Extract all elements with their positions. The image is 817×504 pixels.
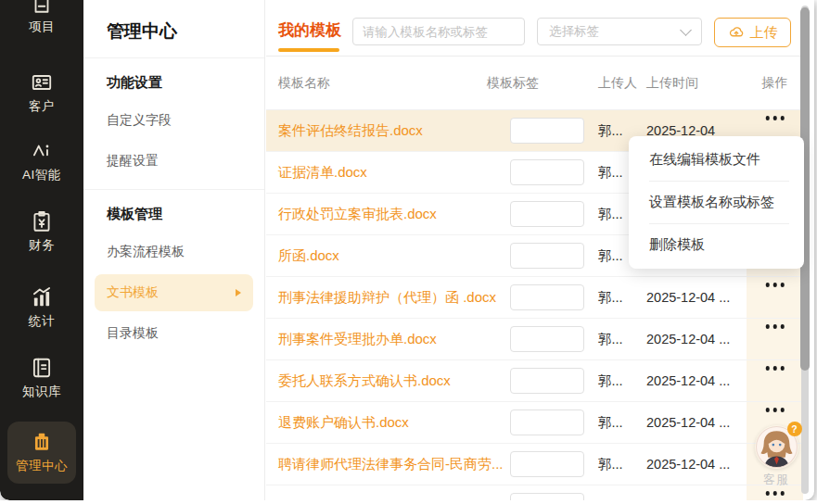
upload-time-cell: 2025-12-04 ... [646,457,747,472]
tab-my-templates[interactable]: 我的模板 [278,19,341,41]
row-actions-button[interactable] [761,404,788,416]
table-row: 退费账户确认书.docx郭...2025-12-04 ... [266,402,803,444]
column-header-name: 模板名称 [278,75,487,92]
tag-input[interactable] [510,159,584,185]
uploader-cell: 郭... [598,331,646,348]
clients-icon [30,70,54,94]
tag-input[interactable] [510,493,584,500]
tag-input[interactable] [510,451,584,477]
table-row [266,485,803,500]
column-header-uploader: 上传人 [598,75,646,91]
sidebar-item-reminder-settings[interactable]: 提醒设置 [83,141,264,182]
knowledge-icon [30,356,54,380]
nav-item-ai[interactable]: AI智能 [6,139,77,183]
nav-item-project[interactable]: 项目 [6,0,77,35]
tag-input[interactable] [510,368,584,394]
column-header-time: 上传时间 [646,75,747,92]
nav-item-stats[interactable]: 统计 [6,285,77,330]
template-name-link[interactable]: 委托人联系方式确认书.docx [278,372,451,388]
menu-item-set-name-or-tags[interactable]: 设置模板名称或标签 [629,182,804,223]
uploader-cell: 郭... [598,456,646,473]
ai-icon [30,139,54,163]
upload-time-cell: 2025-12-04 ... [646,290,747,305]
toolbar: 我的模板 选择标签 上传 [266,0,803,57]
column-header-actions: 操作 [747,75,803,92]
admin-sidebar: 管理中心 功能设置自定义字段提醒设置模板管理办案流程模板文书模板目录模板 [83,0,265,500]
support-label: 客服 [752,472,800,488]
template-name-link[interactable]: 案件评估终结报告.docx [278,122,423,138]
help-badge: ? [787,422,802,436]
actions-cell [747,319,803,359]
template-name-link[interactable]: 证据清单.docx [278,164,367,180]
cloud-upload-icon [728,24,745,41]
sidebar-sections: 功能设置自定义字段提醒设置模板管理办案流程模板文书模板目录模板 [83,58,264,354]
upload-time-cell: 2025-12-04 ... [646,332,747,346]
nav-item-knowledge[interactable]: 知识库 [6,356,77,400]
template-name-link[interactable]: 刑事案件受理批办单.docx [278,331,437,346]
row-actions-button[interactable] [761,279,788,291]
sidebar-section-header-template-management: 模板管理 [83,190,264,232]
upload-time-cell: 2025-12-04 ... [646,415,747,430]
uploader-cell: 郭... [598,414,646,432]
table-row: 委托人联系方式确认书.docx郭...2025-12-04 ... [266,360,803,402]
actions-cell [747,360,803,401]
table-row: 聘请律师代理法律事务合同-民商劳...郭...2025-12-04 ... [266,444,803,485]
template-name-link[interactable]: 退费账户确认书.docx [278,414,409,430]
project-icon [30,0,54,15]
template-name-link[interactable]: 刑事法律援助辩护（代理）函 .docx [278,289,496,305]
sidebar-title: 管理中心 [83,0,264,58]
uploader-cell: 郭... [598,289,646,307]
template-name-link[interactable]: 聘请律师代理法律事务合同-民商劳... [278,456,504,472]
template-name-link[interactable]: 所函.docx [278,247,339,263]
primary-nav: 项目客户AI智能财务统计知识库管理中心 [0,0,83,500]
support-avatar[interactable]: ? [755,425,798,469]
nav-item-clients[interactable]: 客户 [6,70,77,115]
uploader-cell: 郭... [598,372,646,390]
tag-input[interactable] [510,243,584,269]
app-window: 项目客户AI智能财务统计知识库管理中心 管理中心 功能设置自定义字段提醒设置模板… [0,0,814,500]
row-actions-button[interactable] [761,362,788,374]
row-actions-button[interactable] [761,112,788,124]
tag-input[interactable] [510,326,584,352]
template-name-link[interactable]: 行政处罚立案审批表.docx [278,206,437,221]
upload-time-cell: 2025-12-04 ... [646,373,747,388]
sidebar-item-directory-templates[interactable]: 目录模板 [83,313,264,354]
tag-input[interactable] [510,201,584,227]
tag-filter-select[interactable]: 选择标签 [537,18,702,45]
upload-button[interactable]: 上传 [714,18,791,47]
table-row: 刑事法律援助辩护（代理）函 .docx郭...2025-12-04 ... [266,277,803,319]
sidebar-item-custom-fields[interactable]: 自定义字段 [83,100,264,141]
finance-icon [30,209,54,233]
menu-item-delete-template[interactable]: 删除模板 [629,224,804,266]
support-widget: ? 客服 [752,425,800,488]
sidebar-item-case-flow-templates[interactable]: 办案流程模板 [83,232,264,272]
tag-input[interactable] [510,284,584,310]
row-actions-button[interactable] [761,487,788,499]
table-header: 模板名称 模板标签 上传人 上传时间 操作 [266,57,803,110]
search-input[interactable] [352,18,525,45]
upload-label: 上传 [750,24,778,42]
tag-input[interactable] [510,410,584,435]
row-actions-button[interactable] [761,321,788,333]
tab-active-underline [278,48,339,52]
actions-cell [747,277,803,318]
column-header-tags: 模板标签 [487,75,598,92]
chevron-down-icon [680,24,692,36]
row-context-menu: 在线编辑模板文件设置模板名称或标签删除模板 [629,136,804,269]
nav-item-admin[interactable]: 管理中心 [7,422,76,484]
nav-item-finance[interactable]: 财务 [6,209,77,254]
menu-item-edit-online[interactable]: 在线编辑模板文件 [629,139,804,181]
chevron-right-icon [236,289,241,296]
sidebar-section-header-function-settings: 功能设置 [83,58,264,100]
tag-filter-placeholder: 选择标签 [549,23,599,40]
stats-icon [30,285,54,309]
table-row: 刑事案件受理批办单.docx郭...2025-12-04 ... [266,319,803,360]
tag-input[interactable] [510,118,584,144]
sidebar-item-document-templates[interactable]: 文书模板 [95,274,253,311]
admin-building-icon [30,430,54,454]
